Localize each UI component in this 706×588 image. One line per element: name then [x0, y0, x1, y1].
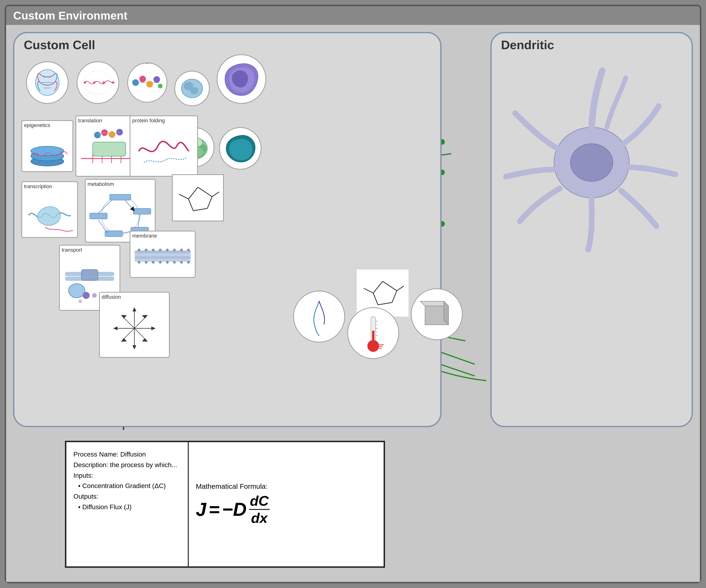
svg-rect-82: [81, 269, 98, 280]
membrane-box[interactable]: membrane: [130, 231, 196, 278]
epigenetics-label: epigenetics: [24, 122, 50, 128]
objects-node[interactable]: objects: [411, 288, 463, 340]
svg-point-43: [158, 84, 163, 88]
enzymes-node[interactable]: enzymes: [219, 127, 262, 170]
svg-line-78: [198, 187, 212, 197]
svg-point-124: [571, 144, 613, 181]
svg-line-127: [373, 293, 378, 305]
formula-numerator: dC: [249, 493, 270, 510]
transcription-box[interactable]: transcription: [22, 181, 78, 238]
svg-point-41: [146, 81, 153, 87]
custom-cell-title: Custom Cell: [24, 38, 95, 52]
svg-point-35: [93, 81, 95, 84]
svg-point-99: [138, 261, 141, 264]
svg-marker-122: [142, 338, 148, 342]
svg-marker-112: [113, 327, 117, 330]
dendritic-cell-svg: [503, 57, 680, 268]
formula-equals: =: [209, 499, 220, 520]
epigenetics-box[interactable]: epigenetics: [22, 120, 73, 172]
svg-point-39: [132, 79, 139, 86]
custom-cell: Custom Cell DNA: [13, 32, 441, 427]
svg-point-100: [145, 261, 148, 264]
svg-point-40: [139, 76, 146, 82]
amino-acid-node[interactable]: aminoacid chains: [127, 62, 167, 102]
svg-point-106: [187, 261, 190, 264]
process-name: Process Name: Diffusion: [73, 449, 181, 460]
outputs-label: Outputs:: [73, 491, 181, 502]
amino-acid-label: aminoacid chains: [134, 62, 160, 65]
temp-node[interactable]: temp: [347, 307, 399, 359]
svg-rect-69: [133, 208, 151, 214]
svg-rect-72: [90, 213, 107, 219]
svg-line-74: [179, 194, 189, 199]
svg-point-102: [159, 261, 162, 264]
formula-display: J = −D dC dx: [196, 493, 377, 526]
svg-point-83: [69, 284, 85, 298]
svg-point-98: [187, 249, 190, 251]
svg-point-96: [173, 249, 176, 251]
svg-marker-108: [132, 307, 136, 311]
formula-denominator: dx: [250, 510, 269, 526]
svg-point-101: [152, 261, 155, 264]
transport-label: transport: [62, 247, 82, 253]
svg-point-105: [180, 261, 183, 264]
signals-node[interactable]: signals: [293, 291, 345, 342]
svg-point-91: [138, 249, 141, 251]
svg-line-126: [364, 288, 373, 293]
info-left: Process Name: Diffusion Description: the…: [66, 442, 189, 566]
svg-point-86: [78, 299, 82, 303]
transcription-label: transcription: [24, 183, 52, 190]
svg-rect-59: [93, 142, 126, 156]
svg-line-121: [134, 328, 146, 340]
window-title: Custom Environment: [13, 9, 127, 22]
svg-line-79: [212, 192, 219, 197]
proteins-node[interactable]: proteins: [217, 54, 266, 104]
svg-line-75: [189, 199, 193, 211]
main-area: Custom Cell DNA: [6, 25, 700, 582]
svg-rect-88: [134, 253, 191, 256]
formula-title: Mathematical Formula:: [196, 482, 377, 491]
svg-line-125: [373, 281, 383, 293]
svg-point-37: [112, 81, 114, 84]
svg-line-129: [392, 291, 397, 302]
svg-marker-116: [121, 315, 127, 319]
title-bar: Custom Environment: [6, 6, 700, 25]
svg-line-117: [134, 317, 146, 328]
svg-rect-68: [110, 194, 131, 200]
svg-point-97: [180, 249, 183, 251]
dendritic-cell: Dendritic: [491, 32, 693, 427]
inputs-label: Inputs:: [73, 470, 181, 481]
dendritic-title: Dendritic: [501, 38, 554, 52]
svg-point-36: [103, 81, 105, 84]
diffusion-label: diffusion: [102, 294, 121, 300]
protein-folding-box[interactable]: protein folding: [130, 116, 198, 177]
diffusion-box[interactable]: diffusion: [99, 292, 170, 358]
metabolism-label: metabolism: [87, 181, 114, 187]
svg-point-103: [166, 261, 169, 264]
svg-rect-89: [134, 256, 191, 259]
svg-point-95: [166, 249, 169, 251]
svg-marker-120: [121, 338, 127, 342]
svg-point-46: [190, 87, 199, 94]
rna-node[interactable]: RNA: [77, 61, 119, 104]
svg-point-93: [152, 249, 155, 251]
dna-node[interactable]: DNA: [26, 61, 69, 104]
svg-point-33: [84, 71, 112, 94]
description: Description: the process by which...: [73, 460, 181, 470]
svg-rect-134: [372, 331, 375, 346]
svg-point-84: [83, 292, 90, 299]
svg-line-130: [383, 281, 397, 291]
info-panel: Process Name: Diffusion Description: the…: [65, 441, 385, 568]
protein-folding-label: protein folding: [132, 118, 165, 124]
svg-line-131: [397, 286, 404, 291]
svg-marker-110: [132, 345, 136, 349]
svg-point-92: [145, 249, 148, 251]
svg-line-115: [123, 317, 134, 328]
svg-line-128: [378, 302, 392, 305]
formula-neg: −D: [222, 499, 247, 520]
translation-label: translation: [78, 118, 102, 124]
metabolites-inner-node[interactable]: metabolites: [172, 174, 224, 221]
rnap-node[interactable]: RNAP: [174, 71, 210, 106]
input-item: • Concentration Gradient (ΔC): [73, 481, 181, 491]
svg-rect-71: [105, 231, 123, 237]
